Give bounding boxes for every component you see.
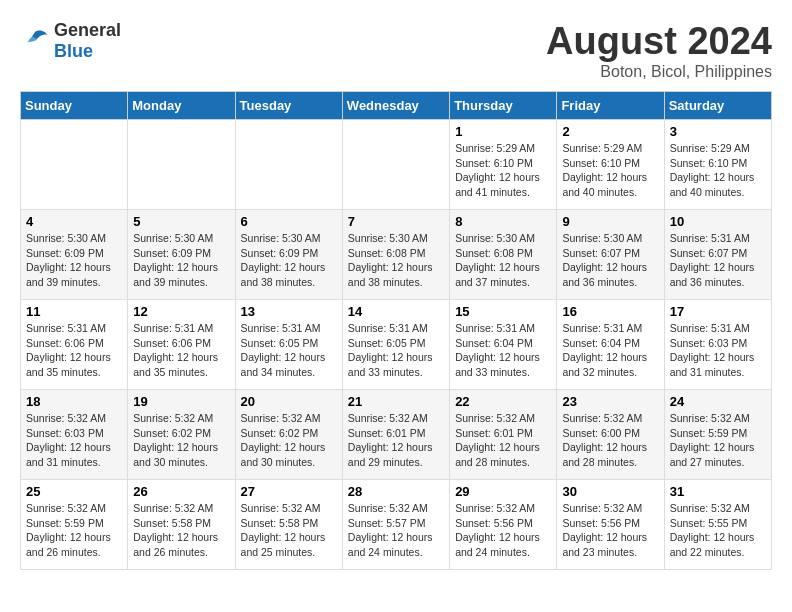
day-info: Sunrise: 5:32 AM Sunset: 6:01 PM Dayligh… xyxy=(348,411,444,470)
day-number: 29 xyxy=(455,484,551,499)
calendar-cell: 16Sunrise: 5:31 AM Sunset: 6:04 PM Dayli… xyxy=(557,300,664,390)
weekday-header-friday: Friday xyxy=(557,92,664,120)
day-number: 21 xyxy=(348,394,444,409)
day-info: Sunrise: 5:31 AM Sunset: 6:03 PM Dayligh… xyxy=(670,321,766,380)
day-number: 26 xyxy=(133,484,229,499)
day-number: 15 xyxy=(455,304,551,319)
day-info: Sunrise: 5:32 AM Sunset: 5:57 PM Dayligh… xyxy=(348,501,444,560)
day-number: 6 xyxy=(241,214,337,229)
day-info: Sunrise: 5:29 AM Sunset: 6:10 PM Dayligh… xyxy=(562,141,658,200)
day-info: Sunrise: 5:31 AM Sunset: 6:05 PM Dayligh… xyxy=(241,321,337,380)
day-number: 19 xyxy=(133,394,229,409)
month-year-title: August 2024 xyxy=(546,20,772,63)
calendar-cell: 28Sunrise: 5:32 AM Sunset: 5:57 PM Dayli… xyxy=(342,480,449,570)
day-info: Sunrise: 5:32 AM Sunset: 5:59 PM Dayligh… xyxy=(26,501,122,560)
day-info: Sunrise: 5:29 AM Sunset: 6:10 PM Dayligh… xyxy=(455,141,551,200)
calendar-table: SundayMondayTuesdayWednesdayThursdayFrid… xyxy=(20,91,772,570)
calendar-cell: 2Sunrise: 5:29 AM Sunset: 6:10 PM Daylig… xyxy=(557,120,664,210)
day-number: 14 xyxy=(348,304,444,319)
weekday-header-saturday: Saturday xyxy=(664,92,771,120)
day-number: 7 xyxy=(348,214,444,229)
title-block: August 2024 Boton, Bicol, Philippines xyxy=(546,20,772,81)
calendar-cell: 12Sunrise: 5:31 AM Sunset: 6:06 PM Dayli… xyxy=(128,300,235,390)
logo: General Blue xyxy=(20,20,121,62)
day-info: Sunrise: 5:30 AM Sunset: 6:08 PM Dayligh… xyxy=(455,231,551,290)
day-number: 22 xyxy=(455,394,551,409)
day-info: Sunrise: 5:30 AM Sunset: 6:09 PM Dayligh… xyxy=(26,231,122,290)
calendar-cell xyxy=(21,120,128,210)
day-info: Sunrise: 5:31 AM Sunset: 6:06 PM Dayligh… xyxy=(133,321,229,380)
day-number: 3 xyxy=(670,124,766,139)
day-info: Sunrise: 5:32 AM Sunset: 5:59 PM Dayligh… xyxy=(670,411,766,470)
day-number: 8 xyxy=(455,214,551,229)
calendar-cell: 11Sunrise: 5:31 AM Sunset: 6:06 PM Dayli… xyxy=(21,300,128,390)
calendar-cell: 6Sunrise: 5:30 AM Sunset: 6:09 PM Daylig… xyxy=(235,210,342,300)
calendar-cell: 31Sunrise: 5:32 AM Sunset: 5:55 PM Dayli… xyxy=(664,480,771,570)
day-info: Sunrise: 5:32 AM Sunset: 5:56 PM Dayligh… xyxy=(562,501,658,560)
day-info: Sunrise: 5:30 AM Sunset: 6:09 PM Dayligh… xyxy=(133,231,229,290)
calendar-week-row: 11Sunrise: 5:31 AM Sunset: 6:06 PM Dayli… xyxy=(21,300,772,390)
day-info: Sunrise: 5:30 AM Sunset: 6:09 PM Dayligh… xyxy=(241,231,337,290)
calendar-cell xyxy=(128,120,235,210)
calendar-cell: 18Sunrise: 5:32 AM Sunset: 6:03 PM Dayli… xyxy=(21,390,128,480)
day-info: Sunrise: 5:31 AM Sunset: 6:05 PM Dayligh… xyxy=(348,321,444,380)
day-number: 23 xyxy=(562,394,658,409)
calendar-cell: 15Sunrise: 5:31 AM Sunset: 6:04 PM Dayli… xyxy=(450,300,557,390)
calendar-cell: 21Sunrise: 5:32 AM Sunset: 6:01 PM Dayli… xyxy=(342,390,449,480)
day-number: 18 xyxy=(26,394,122,409)
calendar-cell: 5Sunrise: 5:30 AM Sunset: 6:09 PM Daylig… xyxy=(128,210,235,300)
calendar-cell: 9Sunrise: 5:30 AM Sunset: 6:07 PM Daylig… xyxy=(557,210,664,300)
logo-text: General Blue xyxy=(54,20,121,62)
day-info: Sunrise: 5:31 AM Sunset: 6:06 PM Dayligh… xyxy=(26,321,122,380)
day-number: 11 xyxy=(26,304,122,319)
day-number: 4 xyxy=(26,214,122,229)
day-info: Sunrise: 5:32 AM Sunset: 5:55 PM Dayligh… xyxy=(670,501,766,560)
day-number: 16 xyxy=(562,304,658,319)
calendar-cell: 25Sunrise: 5:32 AM Sunset: 5:59 PM Dayli… xyxy=(21,480,128,570)
calendar-week-row: 18Sunrise: 5:32 AM Sunset: 6:03 PM Dayli… xyxy=(21,390,772,480)
calendar-cell: 23Sunrise: 5:32 AM Sunset: 6:00 PM Dayli… xyxy=(557,390,664,480)
day-info: Sunrise: 5:30 AM Sunset: 6:08 PM Dayligh… xyxy=(348,231,444,290)
calendar-week-row: 1Sunrise: 5:29 AM Sunset: 6:10 PM Daylig… xyxy=(21,120,772,210)
calendar-cell xyxy=(235,120,342,210)
calendar-cell: 4Sunrise: 5:30 AM Sunset: 6:09 PM Daylig… xyxy=(21,210,128,300)
day-number: 24 xyxy=(670,394,766,409)
calendar-cell: 19Sunrise: 5:32 AM Sunset: 6:02 PM Dayli… xyxy=(128,390,235,480)
day-info: Sunrise: 5:32 AM Sunset: 6:03 PM Dayligh… xyxy=(26,411,122,470)
calendar-cell: 27Sunrise: 5:32 AM Sunset: 5:58 PM Dayli… xyxy=(235,480,342,570)
weekday-header-sunday: Sunday xyxy=(21,92,128,120)
day-number: 13 xyxy=(241,304,337,319)
calendar-cell: 7Sunrise: 5:30 AM Sunset: 6:08 PM Daylig… xyxy=(342,210,449,300)
day-info: Sunrise: 5:31 AM Sunset: 6:07 PM Dayligh… xyxy=(670,231,766,290)
weekday-header-monday: Monday xyxy=(128,92,235,120)
location-text: Boton, Bicol, Philippines xyxy=(546,63,772,81)
weekday-header-wednesday: Wednesday xyxy=(342,92,449,120)
weekday-header-tuesday: Tuesday xyxy=(235,92,342,120)
calendar-cell: 14Sunrise: 5:31 AM Sunset: 6:05 PM Dayli… xyxy=(342,300,449,390)
day-info: Sunrise: 5:29 AM Sunset: 6:10 PM Dayligh… xyxy=(670,141,766,200)
calendar-cell: 1Sunrise: 5:29 AM Sunset: 6:10 PM Daylig… xyxy=(450,120,557,210)
calendar-cell: 17Sunrise: 5:31 AM Sunset: 6:03 PM Dayli… xyxy=(664,300,771,390)
day-info: Sunrise: 5:32 AM Sunset: 6:01 PM Dayligh… xyxy=(455,411,551,470)
day-number: 28 xyxy=(348,484,444,499)
day-number: 17 xyxy=(670,304,766,319)
calendar-cell: 26Sunrise: 5:32 AM Sunset: 5:58 PM Dayli… xyxy=(128,480,235,570)
day-info: Sunrise: 5:32 AM Sunset: 5:58 PM Dayligh… xyxy=(133,501,229,560)
calendar-cell: 29Sunrise: 5:32 AM Sunset: 5:56 PM Dayli… xyxy=(450,480,557,570)
day-number: 12 xyxy=(133,304,229,319)
day-info: Sunrise: 5:31 AM Sunset: 6:04 PM Dayligh… xyxy=(455,321,551,380)
day-info: Sunrise: 5:32 AM Sunset: 5:56 PM Dayligh… xyxy=(455,501,551,560)
calendar-week-row: 25Sunrise: 5:32 AM Sunset: 5:59 PM Dayli… xyxy=(21,480,772,570)
day-number: 1 xyxy=(455,124,551,139)
day-number: 9 xyxy=(562,214,658,229)
day-info: Sunrise: 5:30 AM Sunset: 6:07 PM Dayligh… xyxy=(562,231,658,290)
day-number: 27 xyxy=(241,484,337,499)
calendar-cell: 24Sunrise: 5:32 AM Sunset: 5:59 PM Dayli… xyxy=(664,390,771,480)
day-info: Sunrise: 5:32 AM Sunset: 5:58 PM Dayligh… xyxy=(241,501,337,560)
page-header: General Blue August 2024 Boton, Bicol, P… xyxy=(20,20,772,81)
day-info: Sunrise: 5:31 AM Sunset: 6:04 PM Dayligh… xyxy=(562,321,658,380)
day-info: Sunrise: 5:32 AM Sunset: 6:02 PM Dayligh… xyxy=(241,411,337,470)
calendar-cell: 22Sunrise: 5:32 AM Sunset: 6:01 PM Dayli… xyxy=(450,390,557,480)
weekday-header-thursday: Thursday xyxy=(450,92,557,120)
day-number: 5 xyxy=(133,214,229,229)
